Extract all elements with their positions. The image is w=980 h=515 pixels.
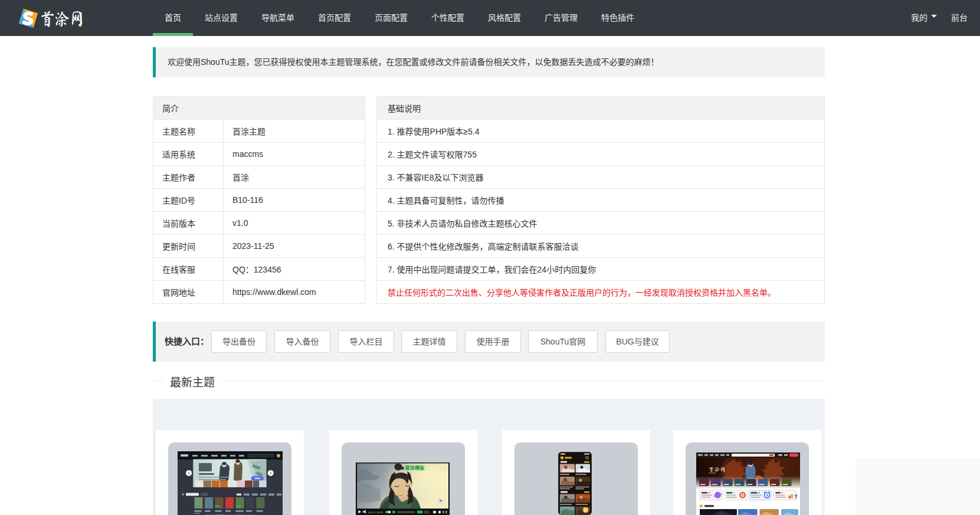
svg-text:00:15 / 24:15: 00:15 / 24:15: [368, 511, 384, 514]
svg-text:首涂模板: 首涂模板: [405, 464, 425, 471]
svg-text:首涂网: 首涂网: [709, 467, 726, 472]
